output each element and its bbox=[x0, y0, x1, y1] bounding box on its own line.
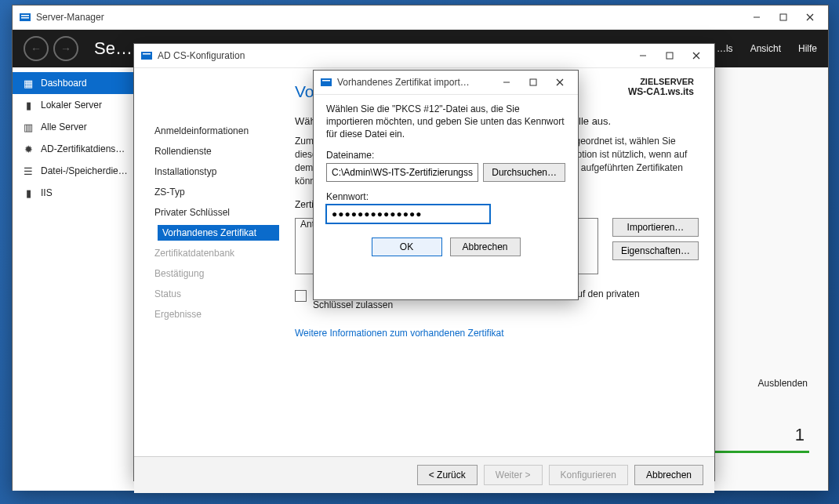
iis-icon: ▮ bbox=[22, 187, 35, 199]
sidebar-item-label: Datei-/Speicherdie… bbox=[41, 165, 128, 176]
close-button[interactable] bbox=[797, 7, 823, 27]
step-credentials[interactable]: Anmeldeinformationen bbox=[150, 123, 279, 139]
svg-rect-16 bbox=[530, 79, 536, 85]
maximize-button[interactable] bbox=[520, 72, 547, 92]
back-button[interactable]: < Zurück bbox=[417, 465, 478, 485]
step-certdb: Zertifikatdatenbank bbox=[150, 245, 279, 261]
hide-button[interactable]: Ausblenden bbox=[758, 378, 808, 389]
server-manager-titlebar: Server-Manager bbox=[13, 5, 828, 30]
server-icon: ▮ bbox=[22, 99, 35, 111]
minimize-button[interactable] bbox=[493, 72, 520, 92]
dashboard-icon: ▦ bbox=[22, 77, 35, 89]
server-manager-title: Server-Manager bbox=[36, 12, 743, 23]
import-title: Vorhandenes Zertifikat import… bbox=[337, 77, 493, 88]
browse-button[interactable]: Durchsuchen… bbox=[483, 163, 565, 182]
sidebar-item-label: Dashboard bbox=[41, 78, 87, 89]
svg-rect-8 bbox=[143, 53, 151, 55]
step-privatekey[interactable]: Privater Schlüssel bbox=[150, 205, 279, 220]
sidebar-item-label: Alle Server bbox=[41, 121, 87, 132]
sidebar-item-label: IIS bbox=[41, 187, 53, 198]
storage-icon: ☰ bbox=[22, 165, 35, 177]
cancel-button[interactable]: Abbrechen bbox=[634, 465, 703, 485]
destination-label: ZIELSERVER bbox=[628, 77, 694, 86]
filename-input[interactable] bbox=[326, 163, 478, 182]
import-titlebar: Vorhandenes Zertifikat import… bbox=[314, 71, 578, 95]
import-button[interactable]: Importieren… bbox=[612, 218, 699, 237]
menu-item[interactable]: Hilfe bbox=[798, 43, 817, 54]
filename-label: Dateiname: bbox=[326, 150, 565, 161]
minimize-button[interactable] bbox=[630, 45, 656, 66]
cancel-button[interactable]: Abbrechen bbox=[450, 237, 521, 256]
step-existing-cert[interactable]: Vorhandenes Zertifikat bbox=[158, 225, 279, 241]
import-intro: Wählen Sie die "PKCS #12"-Datei aus, die… bbox=[326, 103, 565, 140]
password-input[interactable] bbox=[326, 205, 490, 223]
svg-rect-4 bbox=[780, 14, 786, 20]
tile-count: 1 bbox=[795, 425, 804, 445]
sidebar-item-label: AD-Zertifikatdiens… bbox=[41, 143, 125, 154]
svg-rect-14 bbox=[322, 80, 330, 82]
next-button: Weiter > bbox=[484, 465, 543, 485]
step-setuptype[interactable]: Installationstyp bbox=[150, 164, 279, 179]
destination-server: ZIELSERVER WS-CA1.ws.its bbox=[628, 77, 694, 97]
checkbox-icon[interactable] bbox=[295, 290, 307, 302]
wizard-steps: Anmeldeinformationen Rollendienste Insta… bbox=[150, 79, 279, 456]
adcs-titlebar: AD CS-Konfiguration bbox=[134, 44, 714, 68]
svg-rect-2 bbox=[21, 17, 29, 19]
step-status: Status bbox=[150, 286, 279, 302]
more-info-link[interactable]: Weitere Informationen zum vorhandenen Ze… bbox=[295, 328, 699, 339]
server-manager-icon bbox=[320, 76, 332, 89]
maximize-button[interactable] bbox=[770, 7, 797, 27]
properties-button[interactable]: Eigenschaften… bbox=[612, 241, 699, 260]
minimize-button[interactable] bbox=[743, 7, 770, 27]
maximize-button[interactable] bbox=[656, 45, 683, 66]
svg-rect-13 bbox=[321, 78, 332, 86]
sidebar-item-label: Lokaler Server bbox=[41, 100, 102, 111]
close-button[interactable] bbox=[547, 72, 573, 92]
server-manager-icon bbox=[19, 11, 31, 24]
step-results: Ergebnisse bbox=[150, 306, 279, 322]
menu-item[interactable]: …ls bbox=[717, 43, 733, 54]
configure-button: Konfigurieren bbox=[549, 465, 628, 485]
cert-icon: ✹ bbox=[22, 143, 35, 155]
nav-back-button[interactable]: ← bbox=[24, 36, 49, 61]
server-manager-menu: …ls Ansicht Hilfe bbox=[717, 43, 817, 54]
servers-icon: ▥ bbox=[22, 121, 35, 133]
server-manager-icon bbox=[140, 49, 153, 62]
svg-rect-7 bbox=[141, 52, 152, 60]
ok-button[interactable]: OK bbox=[372, 237, 442, 256]
close-button[interactable] bbox=[683, 45, 710, 66]
nav-forward-button[interactable]: → bbox=[53, 36, 78, 61]
step-catype[interactable]: ZS-Typ bbox=[150, 184, 279, 200]
adcs-title: AD CS-Konfiguration bbox=[158, 50, 630, 61]
menu-item[interactable]: Ansicht bbox=[750, 43, 781, 54]
svg-rect-10 bbox=[666, 53, 673, 59]
destination-value: WS-CA1.ws.its bbox=[628, 86, 694, 97]
wizard-footer: < Zurück Weiter > Konfigurieren Abbreche… bbox=[134, 456, 714, 493]
step-confirm: Bestätigung bbox=[150, 266, 279, 281]
svg-rect-1 bbox=[21, 15, 29, 16]
password-label: Kennwort: bbox=[326, 191, 565, 202]
step-roleservices[interactable]: Rollendienste bbox=[150, 143, 279, 159]
import-cert-dialog: Vorhandenes Zertifikat import… Wählen Si… bbox=[313, 70, 579, 300]
